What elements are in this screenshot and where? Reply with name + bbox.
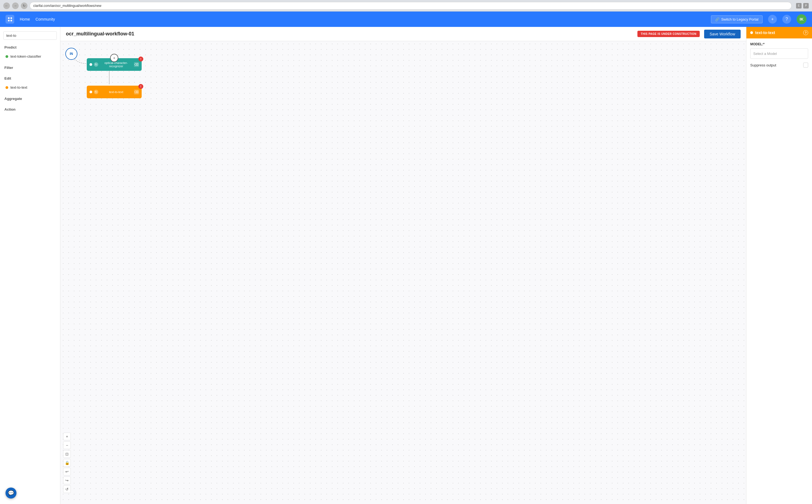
sidebar-item-text-token-classifier[interactable]: text-token-classifier	[3, 53, 57, 60]
suppress-toggle[interactable]	[803, 63, 808, 68]
workflow-title-bar: ocr_multilingual-workflow-01 THIS PAGE I…	[60, 27, 746, 41]
extensions-icon[interactable]: E	[796, 3, 802, 9]
search-input[interactable]	[3, 31, 57, 40]
connection-handle-top[interactable]: +	[110, 54, 118, 62]
in-node[interactable]: IN	[65, 48, 77, 60]
redo-button[interactable]: ↪	[63, 477, 71, 484]
node-refresh-icon[interactable]: ↻	[94, 62, 98, 67]
zoom-in-button[interactable]: +	[63, 433, 71, 440]
sidebar-item-text-to-text[interactable]: text-to-text	[3, 84, 57, 91]
suppress-output-row: Suppress output	[750, 63, 808, 68]
under-construction-badge: THIS PAGE IS UNDER CONSTRUCTION	[637, 31, 700, 37]
switch-portal-icon: 🔗	[715, 17, 719, 21]
lock-button[interactable]: 🔒	[63, 459, 71, 467]
chat-bubble[interactable]: 💬	[5, 488, 16, 499]
workflow-canvas[interactable]: IN + ↻ optical-character-recognizer ⌫ ! …	[60, 41, 746, 504]
orange-node-label: text-to-text	[100, 90, 132, 94]
node-refresh-icon-orange[interactable]: ↻	[94, 90, 98, 94]
refresh-canvas-button[interactable]: ↺	[63, 485, 71, 493]
community-nav-link[interactable]: Community	[35, 17, 55, 21]
suppress-label: Suppress output	[750, 63, 776, 67]
zoom-out-button[interactable]: −	[63, 441, 71, 449]
forward-button[interactable]: →	[12, 2, 19, 9]
canvas-toolbar: + − ⊡ 🔒 ↩ ↪ ↺	[63, 433, 71, 493]
node-status-dot-orange	[89, 91, 92, 93]
orange-workflow-node[interactable]: ↻ text-to-text ⌫ !	[87, 86, 142, 98]
canvas-background	[60, 41, 746, 504]
refresh-button[interactable]: ↻	[21, 2, 27, 9]
browser-chrome: ← → ↻ clarifai.com/ian/ocr_multilingual/…	[0, 0, 812, 12]
page-content: Predict text-token-classifier Filter Edi…	[0, 27, 812, 504]
workflow-title: ocr_multilingual-workflow-01	[66, 31, 134, 37]
right-panel-header: text-to-text ?	[746, 27, 812, 38]
info-icon[interactable]: ?	[803, 30, 808, 35]
sidebar-section-aggregate: Aggregate	[3, 96, 57, 102]
app-logo[interactable]	[5, 15, 14, 24]
model-select[interactable]: Select a Model	[750, 48, 808, 59]
node-delete-button[interactable]: ⌫	[134, 62, 139, 67]
green-dot-icon	[5, 55, 8, 58]
green-node-label: optical-character-recognizer	[100, 61, 132, 68]
model-field-label: MODEL:*	[750, 42, 808, 46]
sidebar-section-filter: Filter	[3, 65, 57, 71]
url-bar[interactable]: clarifai.com/ian/ocr_multilingual/workfl…	[30, 2, 792, 10]
right-panel: text-to-text ? MODEL:* Select a Model Su…	[746, 27, 812, 504]
green-workflow-node[interactable]: + ↻ optical-character-recognizer ⌫ !	[87, 58, 142, 71]
node-error-badge: !	[138, 57, 143, 61]
sidebar: Predict text-token-classifier Filter Edi…	[0, 27, 60, 504]
help-button[interactable]: ?	[782, 15, 791, 24]
chat-icon: 💬	[8, 490, 14, 496]
node-delete-button-orange[interactable]: ⌫	[134, 89, 139, 94]
right-panel-body: MODEL:* Select a Model Suppress output	[746, 38, 812, 71]
orange-dot-icon	[5, 86, 8, 89]
right-panel-dot-icon	[750, 31, 753, 34]
add-button[interactable]: +	[768, 15, 777, 24]
switch-portal-button[interactable]: 🔗 Switch to Legacy Portal	[711, 15, 763, 23]
sidebar-section-action: Action	[3, 106, 57, 113]
main-area: ocr_multilingual-workflow-01 THIS PAGE I…	[60, 27, 746, 504]
node-status-dot	[89, 63, 92, 66]
undo-button[interactable]: ↩	[63, 468, 71, 475]
save-workflow-button[interactable]: Save Workflow	[704, 30, 741, 38]
app-header: Home Community 🔗 Switch to Legacy Portal…	[0, 12, 812, 27]
fit-view-button[interactable]: ⊡	[63, 450, 71, 458]
home-nav-link[interactable]: Home	[20, 17, 30, 21]
sidebar-section-edit: Edit	[3, 75, 57, 82]
sidebar-section-predict: Predict	[3, 44, 57, 51]
node-error-badge-orange: !	[138, 84, 143, 89]
user-avatar[interactable]: IK	[797, 14, 807, 24]
back-button[interactable]: ←	[3, 2, 10, 9]
profile-icon[interactable]: P	[803, 3, 809, 9]
